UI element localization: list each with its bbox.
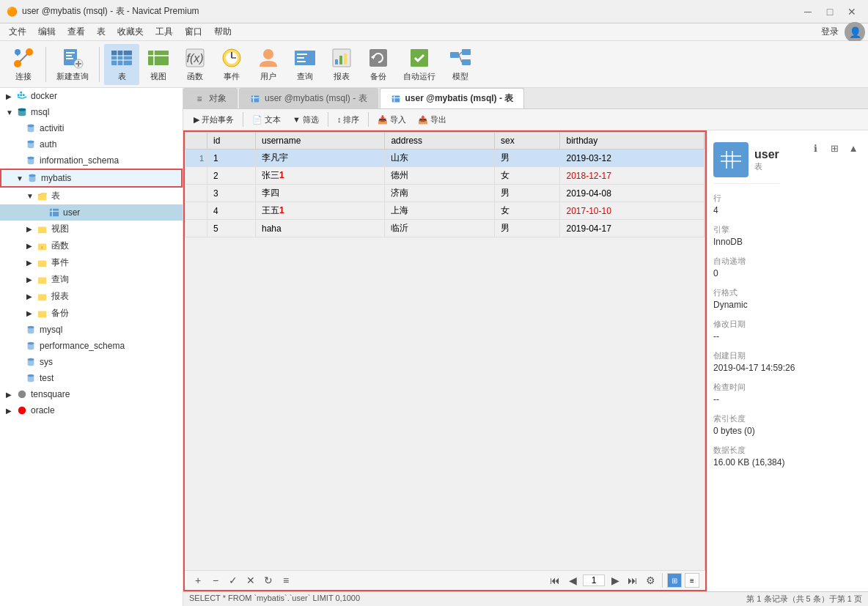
- sidebar-item-tensquare[interactable]: ▶ tensquare: [0, 386, 183, 402]
- cell-address[interactable]: 济南: [385, 185, 495, 202]
- rp-info-button[interactable]: ℹ: [806, 139, 824, 157]
- menu-file[interactable]: 文件: [3, 24, 32, 40]
- cell-username[interactable]: 王五1: [256, 202, 385, 220]
- delete-record-button[interactable]: −: [208, 573, 223, 588]
- data-grid-container[interactable]: id username address sex birthday 1: [185, 132, 705, 570]
- minimize-button[interactable]: ─: [798, 4, 818, 19]
- cell-address[interactable]: 山东: [385, 149, 495, 167]
- sort-button[interactable]: ↕ 排序: [333, 113, 364, 127]
- sidebar-item-information-schema[interactable]: ▶ information_schema: [0, 152, 183, 169]
- cell-sex[interactable]: 男: [495, 149, 560, 167]
- cell-id[interactable]: 1: [207, 149, 256, 167]
- sidebar-item-tables-folder[interactable]: ▼ 表: [0, 188, 183, 204]
- sidebar-item-views-folder[interactable]: ▶ 视图: [0, 221, 183, 237]
- cell-username[interactable]: 李四: [256, 185, 385, 202]
- table-row[interactable]: 5 haha 临沂 男 2019-04-17: [185, 220, 705, 237]
- view-button[interactable]: 视图: [141, 44, 176, 85]
- menu-window[interactable]: 窗口: [179, 24, 208, 40]
- cell-id[interactable]: 3: [207, 185, 256, 202]
- filter-button[interactable]: ▼ 筛选: [288, 113, 323, 127]
- cell-sex[interactable]: 女: [495, 167, 560, 185]
- cancel-edit-button[interactable]: ✕: [243, 573, 258, 588]
- connect-button[interactable]: 连接: [6, 44, 41, 85]
- pager-settings-button[interactable]: ⚙: [643, 573, 658, 588]
- new-query-button[interactable]: 新建查询: [51, 44, 95, 85]
- query-button[interactable]: 查询: [287, 44, 323, 85]
- export-button[interactable]: 📤 导出: [413, 113, 451, 127]
- page-number-input[interactable]: [583, 574, 605, 586]
- rp-grid-button[interactable]: ⊞: [825, 139, 843, 157]
- table-row[interactable]: 2 张三1 德州 女 2018-12-17: [185, 167, 705, 185]
- cell-sex[interactable]: 男: [495, 220, 560, 237]
- function-button[interactable]: f(x) 函数: [177, 44, 213, 85]
- refresh-button[interactable]: ↻: [261, 573, 276, 588]
- sidebar-item-test[interactable]: ▶ test: [0, 370, 183, 386]
- last-page-button[interactable]: ⏭: [625, 573, 640, 588]
- login-button[interactable]: 登录: [821, 26, 839, 38]
- sidebar-item-sys[interactable]: ▶ sys: [0, 354, 183, 370]
- cell-birthday[interactable]: 2017-10-10: [560, 202, 705, 220]
- menu-view[interactable]: 查看: [62, 24, 91, 40]
- cell-id[interactable]: 2: [207, 167, 256, 185]
- list-view-button[interactable]: ≡: [685, 573, 699, 588]
- text-button[interactable]: 📄 文本: [248, 113, 285, 127]
- sidebar-item-mysql[interactable]: ▶ mysql: [0, 322, 183, 338]
- cell-address[interactable]: 上海: [385, 202, 495, 220]
- cell-sex[interactable]: 女: [495, 202, 560, 220]
- menu-favorites[interactable]: 收藏夹: [111, 24, 150, 40]
- table-row[interactable]: 1 1 李凡宇 山东 男 2019-03-12: [185, 149, 705, 167]
- start-transaction-button[interactable]: ▶ 开始事务: [189, 113, 238, 127]
- maximize-button[interactable]: □: [820, 4, 840, 19]
- cell-birthday[interactable]: 2019-04-08: [560, 185, 705, 202]
- next-page-button[interactable]: ▶: [608, 573, 622, 588]
- backup-button[interactable]: 备份: [361, 44, 396, 85]
- tab-user-2[interactable]: user @mybatis (msql) - 表: [380, 88, 525, 108]
- cell-address[interactable]: 德州: [385, 167, 495, 185]
- rp-scroll-up[interactable]: ▲: [845, 139, 862, 157]
- menu-table[interactable]: 表: [91, 24, 111, 40]
- table-row[interactable]: 4 王五1 上海 女 2017-10-10: [185, 202, 705, 220]
- menu-tools[interactable]: 工具: [150, 24, 179, 40]
- grid-view-button[interactable]: ⊞: [667, 573, 682, 588]
- sidebar-item-mybatis[interactable]: ▼ mybatis: [0, 169, 183, 188]
- model-button[interactable]: 模型: [443, 44, 478, 85]
- sidebar-item-user-table[interactable]: ▶ user: [0, 204, 183, 221]
- sidebar-item-events-folder[interactable]: ▶ 事件: [0, 254, 183, 271]
- menu-help[interactable]: 帮助: [208, 24, 238, 40]
- sidebar-item-reports-folder[interactable]: ▶ 报表: [0, 288, 183, 305]
- cell-address[interactable]: 临沂: [385, 220, 495, 237]
- tab-objects[interactable]: ≡ 对象: [183, 88, 238, 108]
- cell-birthday[interactable]: 2018-12-17: [560, 167, 705, 185]
- schedule-button[interactable]: 自动运行: [397, 44, 441, 85]
- sidebar-item-auth[interactable]: ▶ auth: [0, 136, 183, 152]
- cell-id[interactable]: 4: [207, 202, 256, 220]
- user-tool-button[interactable]: 用户: [251, 44, 286, 85]
- cell-birthday[interactable]: 2019-04-17: [560, 220, 705, 237]
- cell-birthday[interactable]: 2019-03-12: [560, 149, 705, 167]
- sidebar-item-performance-schema[interactable]: ▶ performance_schema: [0, 338, 183, 354]
- table-row[interactable]: 3 李四 济南 男 2019-04-08: [185, 185, 705, 202]
- table-button[interactable]: 表: [104, 44, 139, 85]
- import-button[interactable]: 📥 导入: [373, 113, 411, 127]
- first-page-button[interactable]: ⏮: [548, 573, 562, 588]
- cell-username[interactable]: 张三1: [256, 167, 385, 185]
- cell-username[interactable]: 李凡宇: [256, 149, 385, 167]
- more-button[interactable]: ≡: [279, 573, 293, 588]
- cell-username[interactable]: haha: [256, 220, 385, 237]
- sidebar-item-functions-folder[interactable]: ▶ f 函数: [0, 237, 183, 254]
- sidebar-item-activiti[interactable]: ▶ activiti: [0, 120, 183, 136]
- event-button[interactable]: 事件: [214, 44, 249, 85]
- report-button[interactable]: 报表: [324, 44, 359, 85]
- add-record-button[interactable]: +: [191, 573, 205, 588]
- cell-sex[interactable]: 男: [495, 185, 560, 202]
- close-button[interactable]: ✕: [842, 4, 862, 19]
- menu-edit[interactable]: 编辑: [32, 24, 62, 40]
- cell-id[interactable]: 5: [207, 220, 256, 237]
- sidebar-item-oracle[interactable]: ▶ oracle: [0, 402, 183, 418]
- tab-user-1[interactable]: user @mybatis (msql) - 表: [239, 88, 378, 108]
- sidebar-item-queries-folder[interactable]: ▶ 查询: [0, 271, 183, 288]
- sidebar-item-msql[interactable]: ▼ msql: [0, 104, 183, 120]
- prev-page-button[interactable]: ◀: [565, 573, 580, 588]
- sidebar-item-backups-folder[interactable]: ▶ 备份: [0, 305, 183, 322]
- sidebar-item-docker[interactable]: ▶ docker: [0, 88, 183, 104]
